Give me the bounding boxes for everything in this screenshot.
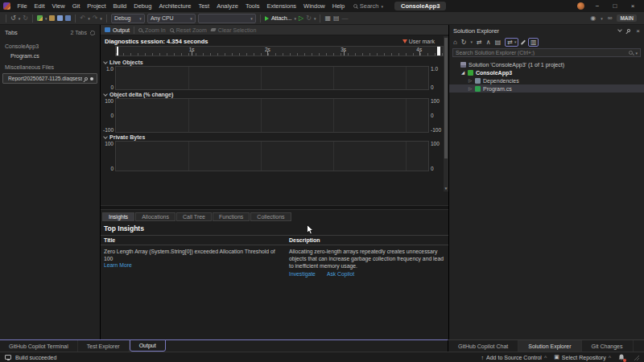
menu-debug[interactable]: Debug: [130, 2, 155, 10]
chart-plot-area[interactable]: [115, 141, 429, 171]
output-button[interactable]: Output: [105, 27, 130, 33]
menu-edit[interactable]: Edit: [31, 2, 48, 10]
bottom-tab-solution-explorer[interactable]: Solution Explorer: [518, 340, 581, 352]
menu-view[interactable]: View: [48, 2, 68, 10]
undo-icon[interactable]: ↶: [80, 15, 85, 22]
chevron-down-icon[interactable]: ▾: [45, 16, 47, 21]
column-title[interactable]: Title: [101, 237, 286, 243]
tab-functions[interactable]: Functions: [213, 212, 250, 221]
bottom-tab-github-copilot-terminal[interactable]: GitHub Copilot Terminal: [0, 340, 78, 352]
vs-logo-icon[interactable]: [3, 2, 10, 10]
menu-help[interactable]: Help: [328, 2, 348, 10]
solution-configuration-dropdown[interactable]: Debug ▾: [111, 14, 145, 23]
tab-collections[interactable]: Collections: [250, 212, 291, 221]
menu-architecture[interactable]: Architecture: [155, 2, 195, 10]
add-to-source-control-button[interactable]: ↑ Add to Source Control ^: [481, 355, 547, 360]
chevron-down-icon[interactable]: ▾: [19, 16, 21, 21]
maximize-button[interactable]: □: [610, 2, 620, 10]
minimize-button[interactable]: −: [592, 2, 602, 10]
startup-target-dropdown[interactable]: ▾: [198, 14, 256, 23]
sync-with-active-document-button[interactable]: ⇄ ▾: [505, 38, 518, 47]
menu-build[interactable]: Build: [109, 2, 130, 10]
solution-platform-dropdown[interactable]: Any CPU ▾: [147, 14, 196, 23]
zoom-in-button[interactable]: Zoom In: [138, 27, 166, 33]
properties-icon[interactable]: ▤: [495, 39, 502, 46]
menu-window[interactable]: Window: [300, 2, 329, 10]
clear-selection-button[interactable]: Clear Selection: [211, 27, 256, 33]
navigate-back-icon[interactable]: ↺: [10, 15, 16, 22]
menu-analyze[interactable]: Analyze: [213, 2, 242, 10]
charts-scrollbar[interactable]: ▼: [444, 36, 448, 191]
tab-insights[interactable]: Insights: [102, 212, 134, 221]
save-icon[interactable]: [57, 15, 63, 21]
reset-zoom-button[interactable]: Reset Zoom: [170, 27, 207, 33]
close-icon[interactable]: ×: [636, 27, 640, 35]
window-position-chevron-icon[interactable]: [617, 27, 622, 32]
menu-file[interactable]: File: [14, 2, 31, 10]
menu-tools[interactable]: Tools: [242, 2, 263, 10]
tab-allocations[interactable]: Allocations: [135, 212, 175, 221]
column-description[interactable]: Description: [286, 237, 448, 243]
timeline-ruler[interactable]: 1s2s3s4s: [115, 46, 444, 56]
git-branch-badge[interactable]: MAIN: [617, 14, 637, 22]
preview-selected-items-button[interactable]: ▥: [528, 38, 539, 47]
learn-more-link[interactable]: Learn More: [104, 262, 283, 268]
profiler-icon[interactable]: ▤: [333, 15, 340, 22]
toolbar-overflow-icon[interactable]: —: [342, 15, 349, 22]
gear-icon[interactable]: [90, 31, 95, 35]
bottom-tab-github-copilot-chat[interactable]: GitHub Copilot Chat: [448, 340, 518, 352]
menu-test[interactable]: Test: [195, 2, 213, 10]
bottom-tab-test-explorer[interactable]: Test Explorer: [78, 340, 130, 352]
insight-row[interactable]: Zero Length Array (System.String[0]) exc…: [101, 245, 448, 280]
session-end-marker[interactable]: [437, 47, 440, 56]
ask-copilot-link[interactable]: Ask Copilot: [327, 271, 354, 277]
expander-collapsed-icon[interactable]: ▷: [468, 86, 473, 91]
tree-item-dependencies[interactable]: ▷Dependencies: [449, 76, 644, 84]
menu-project[interactable]: Project: [84, 2, 109, 10]
expander-collapsed-icon[interactable]: ▷: [468, 78, 473, 83]
chart-plot-area[interactable]: [115, 66, 429, 90]
switch-views-icon[interactable]: ⌂: [453, 39, 457, 46]
new-project-icon[interactable]: [37, 15, 43, 21]
tree-item-program-cs[interactable]: ▷Program.cs: [449, 84, 644, 93]
bottom-tab-git-changes[interactable]: Git Changes: [582, 340, 634, 352]
tab-call-tree[interactable]: Call Tree: [176, 212, 212, 221]
scroll-down-arrow[interactable]: ▼: [444, 186, 448, 191]
tree-item-solution-consoleapp3-1-of-1-project[interactable]: Solution 'ConsoleApp3' (1 of 1 project): [449, 60, 644, 68]
lane-header-private-bytes[interactable]: Private Bytes: [101, 133, 448, 141]
sync-icon[interactable]: ⇄: [477, 39, 482, 46]
expander-expanded-icon[interactable]: ◢: [460, 70, 465, 75]
tree-item-consoleapp3[interactable]: ◢ConsoleApp3: [449, 68, 644, 76]
find-in-files-icon[interactable]: ▦: [324, 15, 331, 22]
pin-icon[interactable]: [626, 28, 631, 33]
session-start-marker[interactable]: [117, 47, 118, 56]
pin-icon[interactable]: [84, 76, 89, 81]
link-icon[interactable]: ∞: [608, 15, 613, 22]
solution-explorer-search[interactable]: Search Solution Explorer (Ctrl+;) ▾: [452, 48, 641, 57]
save-all-icon[interactable]: [65, 15, 71, 21]
edit-icon[interactable]: [521, 39, 526, 44]
select-repository-button[interactable]: ▣ Select Repository ^: [554, 354, 611, 360]
close-button[interactable]: ×: [628, 2, 638, 10]
live-share-icon[interactable]: ◉: [590, 15, 596, 22]
chevron-down-icon[interactable]: ▾: [635, 51, 638, 56]
hot-reload-icon[interactable]: ↻: [306, 15, 312, 22]
refresh-icon[interactable]: ↻: [461, 39, 467, 46]
redo-icon[interactable]: ↷: [93, 15, 98, 22]
lane-header-object-delta-change[interactable]: Object delta (% change): [101, 90, 448, 98]
notifications-bell-icon[interactable]: [618, 354, 625, 361]
scrollbar-thumb[interactable]: [444, 38, 448, 158]
open-file-icon[interactable]: [49, 15, 55, 21]
menu-git[interactable]: Git: [68, 2, 84, 10]
start-without-debugging-icon[interactable]: ▷: [299, 15, 303, 22]
document-tab-report20250627-1125-diagsession[interactable]: Report20250627-1125.diagsession: [2, 73, 97, 84]
chart-plot-area[interactable]: [115, 98, 429, 133]
bottom-tab-output[interactable]: Output: [130, 339, 166, 352]
search-control[interactable]: Search ▾: [353, 2, 383, 10]
investigate-link[interactable]: Investigate: [289, 271, 316, 277]
lane-header-live-objects[interactable]: Live Objects: [101, 58, 448, 66]
attach-button[interactable]: Attach... ▾: [265, 15, 296, 21]
collapse-all-icon[interactable]: ∧: [486, 39, 491, 46]
menu-extensions[interactable]: Extensions: [263, 2, 300, 10]
navigate-forward-icon[interactable]: ↻: [23, 15, 28, 22]
